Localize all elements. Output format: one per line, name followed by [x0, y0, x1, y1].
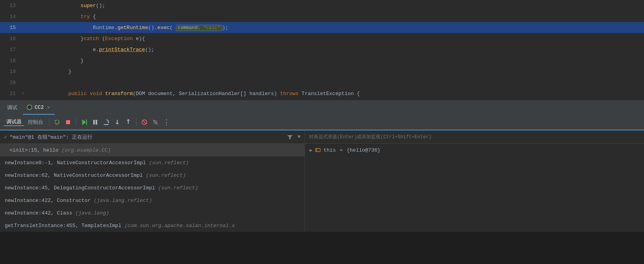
toolbar-separator-2 [76, 118, 76, 126]
stack-frame-5[interactable]: newInstance:442, Class (java.lang) [0, 207, 304, 219]
stack-frame-1-text: newInstance0:-1, NativeConstructorAccess… [5, 160, 189, 166]
cc2-icon [27, 104, 32, 110]
code-line-19: 19 } [0, 66, 644, 77]
stack-frame-3-text: newInstance:45, DelegatingConstructorAcc… [5, 185, 198, 191]
tab-debug[interactable]: 调试 [3, 101, 21, 115]
filter-icon[interactable] [287, 134, 293, 140]
thread-check-icon: ✓ [4, 134, 7, 140]
line-number: 16 [0, 36, 22, 42]
tab-cc2-label: CC2 [35, 104, 44, 110]
mute-button[interactable] [151, 117, 160, 127]
stop-button[interactable] [63, 117, 73, 127]
toolbar-separator-1 [49, 118, 49, 126]
stack-frame-2-text: newInstance:62, NativeConstructorAccesso… [5, 172, 186, 178]
line-number: 14 [0, 14, 22, 20]
pause-button[interactable] [90, 117, 100, 127]
line-number: 15 [0, 25, 22, 31]
line-arrow: ↑ [22, 91, 31, 96]
svg-marker-10 [127, 119, 130, 121]
step-into-button[interactable] [113, 117, 122, 127]
stack-frame-0[interactable]: <init>:15, hello (org.example.CC) [0, 144, 304, 156]
toolbar-debugger-label[interactable]: 调试器 [4, 118, 24, 126]
line-content: } [31, 63, 644, 81]
variable-this[interactable]: ▶ this = {hello@736} [305, 144, 644, 156]
expand-this-icon[interactable]: ▶ [310, 147, 312, 153]
svg-marker-8 [116, 123, 119, 125]
tab-cc2[interactable]: CC2 ✕ [23, 101, 55, 115]
variables-panel: ▶ this = {hello@736} [305, 130, 644, 232]
stack-frame-5-text: newInstance:442, Class (java.lang) [5, 210, 109, 216]
debug-panel: 调试 CC2 ✕ 调试器 控制台 [0, 100, 644, 232]
stack-frame-6[interactable]: getTransletInstance:455, TemplatesImpl (… [0, 219, 304, 232]
variable-this-value: {hello@736} [347, 147, 380, 153]
call-stack-panel: ✓ "main"@1 在组"main": 正在运行 ▼ <init>:15, h… [0, 130, 305, 232]
variables-search-input[interactable] [309, 134, 640, 140]
tab-debug-label: 调试 [7, 104, 17, 111]
line-number: 21 [0, 91, 22, 97]
thread-header: ✓ "main"@1 在组"main": 正在运行 ▼ [0, 130, 304, 144]
toolbar-console-label[interactable]: 控制台 [26, 119, 46, 126]
rerun-button[interactable] [52, 117, 62, 127]
more-button[interactable]: ⋮ [162, 117, 171, 127]
debug-toolbar: 调试器 控制台 [0, 115, 644, 130]
variable-type-icon [315, 147, 321, 153]
variables-search-bar [305, 130, 644, 144]
code-editor: 13 super(); 14 try { 15 Runtime.getRunti… [0, 0, 644, 100]
line-content: public void transform(DOM document, Seri… [31, 85, 644, 101]
toolbar-separator-3 [136, 118, 137, 126]
code-line-21: 21 ↑ public void transform(DOM document,… [0, 88, 644, 99]
thread-title: "main"@1 在组"main": 正在运行 [9, 134, 285, 141]
debug-tab-bar: 调试 CC2 ✕ [0, 101, 644, 115]
stack-frame-4[interactable]: newInstance:422, Constructor (java.lang.… [0, 194, 304, 207]
expand-thread-icon[interactable]: ▼ [297, 134, 301, 140]
stack-frame-0-text: <init>:15, hello (org.example.CC) [9, 147, 111, 153]
step-out-button[interactable] [124, 117, 133, 127]
step-over-button[interactable] [101, 117, 111, 127]
line-number: 13 [0, 3, 22, 9]
stack-frame-1[interactable]: newInstance0:-1, NativeConstructorAccess… [0, 156, 304, 169]
line-number: 17 [0, 47, 22, 53]
line-number: 19 [0, 69, 22, 75]
svg-marker-5 [107, 121, 109, 123]
stack-frame-2[interactable]: newInstance:62, NativeConstructorAccesso… [0, 169, 304, 182]
line-number: 20 [0, 80, 22, 86]
stack-frame-3[interactable]: newInstance:45, DelegatingConstructorAcc… [0, 182, 304, 194]
variable-equals: = [340, 147, 343, 153]
code-lines: 13 super(); 14 try { 15 Runtime.getRunti… [0, 0, 644, 100]
svg-rect-16 [316, 148, 320, 152]
svg-rect-2 [86, 119, 87, 125]
variable-this-name: this [323, 147, 336, 153]
line-number: 18 [0, 58, 22, 64]
svg-marker-1 [82, 119, 86, 125]
call-stack-items: <init>:15, hello (org.example.CC) newIns… [0, 144, 304, 232]
svg-marker-15 [287, 135, 293, 139]
svg-rect-4 [96, 120, 97, 125]
break-exception-button[interactable] [140, 117, 149, 127]
stack-frame-6-text: getTransletInstance:455, TemplatesImpl (… [5, 223, 235, 229]
svg-line-12 [143, 121, 146, 124]
debug-content: ✓ "main"@1 在组"main": 正在运行 ▼ <init>:15, h… [0, 130, 644, 232]
svg-rect-3 [93, 120, 95, 125]
tab-close-icon[interactable]: ✕ [46, 104, 50, 110]
stack-frame-4-text: newInstance:422, Constructor (java.lang.… [5, 198, 152, 204]
resume-button[interactable] [79, 117, 89, 127]
svg-rect-0 [66, 120, 70, 124]
